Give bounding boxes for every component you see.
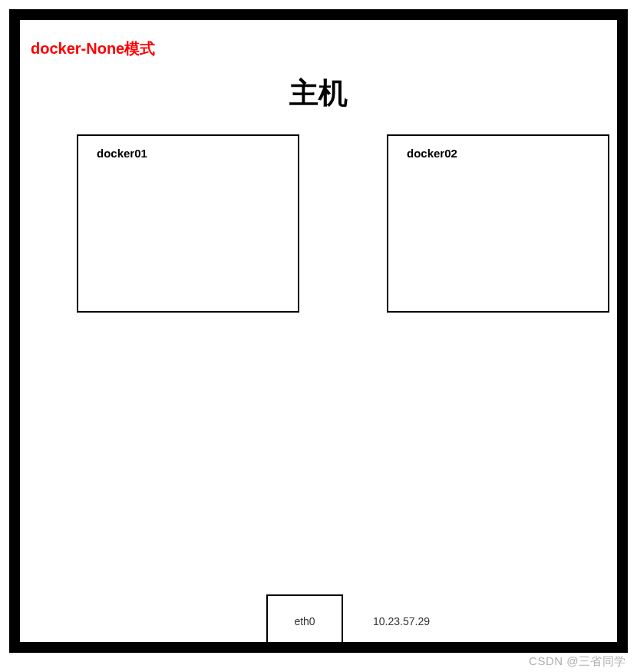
- watermark-text: CSDN @三省同学: [529, 654, 626, 669]
- mode-title: docker-None模式: [31, 38, 155, 59]
- container-label-left: docker01: [97, 147, 147, 160]
- container-label-right: docker02: [407, 147, 457, 160]
- network-interface-box: eth0: [266, 594, 343, 648]
- docker-container-right: docker02: [387, 134, 609, 313]
- diagram-frame: docker-None模式 主机 docker01 docker02 eth0 …: [9, 9, 628, 653]
- host-title: 主机: [20, 74, 617, 113]
- ip-address-label: 10.23.57.29: [373, 615, 430, 627]
- network-interface-name: eth0: [294, 615, 315, 627]
- docker-container-left: docker01: [77, 134, 299, 313]
